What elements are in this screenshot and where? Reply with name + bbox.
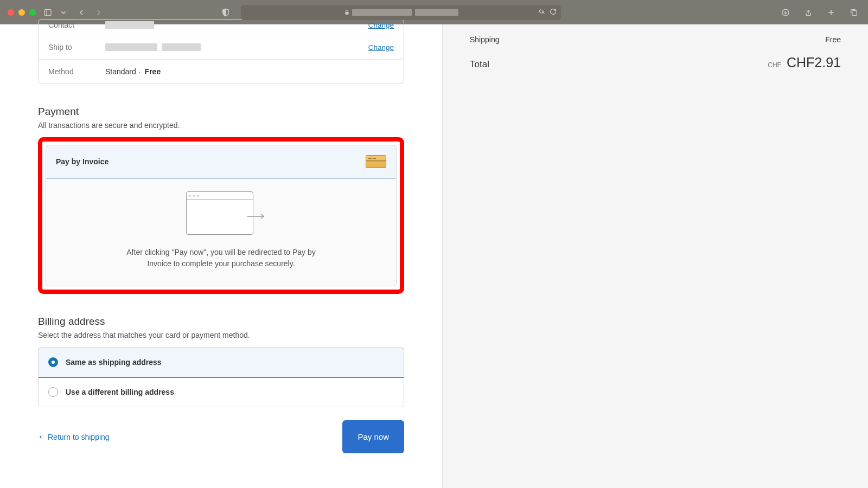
tabs-overview-icon[interactable] [847,6,860,19]
change-contact-link[interactable]: Change [368,21,394,29]
review-value-redacted [105,21,352,29]
downloads-icon[interactable] [779,6,792,19]
review-row-contact: Contact Change [39,20,404,35]
billing-section: Billing address Select the address that … [38,316,404,407]
url-text-redacted [352,9,458,16]
method-free: Free [145,67,161,76]
sidebar-toggle-icon[interactable] [41,6,54,19]
shipping-row: Shipping Free [470,35,841,44]
svg-rect-2 [345,12,348,15]
review-box: Contact Change Ship to Change Method Sta… [38,19,404,84]
svg-rect-7 [852,10,857,15]
total-row: Total CHF CHF2.91 [470,55,841,70]
close-window-button[interactable] [8,9,14,16]
billing-radio-group: Same as shipping address Use a different… [38,347,404,407]
payment-method-header[interactable]: Pay by Invoice [46,145,397,178]
back-button[interactable] [75,6,88,19]
review-method-value: Standard · Free [105,67,394,76]
shipping-value: Free [825,35,841,44]
maximize-window-button[interactable] [29,9,36,16]
minimize-window-button[interactable] [18,9,25,16]
review-label: Contact [48,21,89,29]
shipping-label: Shipping [470,35,500,44]
total-label: Total [470,59,489,70]
payment-heading: Payment [38,106,404,118]
review-value-redacted [105,43,352,51]
share-icon[interactable] [802,6,815,19]
payment-method-title: Pay by Invoice [56,157,108,166]
radio-label: Same as shipping address [66,358,162,367]
payment-method-box: Pay by Invoice ● ● ● After clickin [46,145,397,286]
total-amount: CHF2.91 [787,55,841,70]
billing-option-same[interactable]: Same as shipping address [39,348,404,377]
pay-now-button[interactable]: Pay now [342,420,404,453]
radio-label: Use a different billing address [66,388,174,396]
radio-indicator [48,357,58,367]
window-controls [8,9,36,16]
total-currency: CHF [768,61,781,69]
billing-subtext: Select the address that matches your car… [38,331,404,339]
svg-rect-0 [44,9,51,15]
forward-button[interactable] [92,6,105,19]
lock-icon [344,8,350,17]
payment-method-body: ● ● ● After clicking "Pay now", you will… [46,178,396,286]
review-row-shipto: Ship to Change [39,35,404,60]
change-shipto-link[interactable]: Change [368,43,394,52]
radio-indicator [48,387,58,397]
payment-subtext: All transactions are secure and encrypte… [38,121,404,130]
new-tab-icon[interactable] [825,6,838,19]
chevron-down-icon[interactable] [60,6,67,19]
review-row-method: Method Standard · Free [39,60,404,84]
address-bar[interactable] [241,5,561,20]
shield-icon[interactable] [219,6,232,19]
checkout-footer-nav: Return to shipping Pay now [38,420,404,453]
review-label: Ship to [48,43,89,52]
redirect-illustration: ● ● ● [186,191,257,236]
order-summary: Shipping Free Total CHF CHF2.91 [442,24,868,488]
return-to-shipping-link[interactable]: Return to shipping [38,433,110,441]
payment-highlight-annotation: Pay by Invoice ● ● ● After clickin [38,137,404,294]
reload-icon[interactable] [550,8,557,17]
method-prefix: Standard · [105,67,141,76]
credit-card-icon [366,155,386,168]
billing-heading: Billing address [38,316,404,328]
chevron-left-icon [38,434,43,440]
payment-method-description: After clicking "Pay now", you will be re… [124,247,319,269]
translate-icon[interactable] [538,8,545,17]
billing-option-different[interactable]: Use a different billing address [39,377,404,407]
return-link-label: Return to shipping [48,433,110,441]
payment-section: Payment All transactions are secure and … [38,106,404,294]
review-label: Method [48,67,89,76]
